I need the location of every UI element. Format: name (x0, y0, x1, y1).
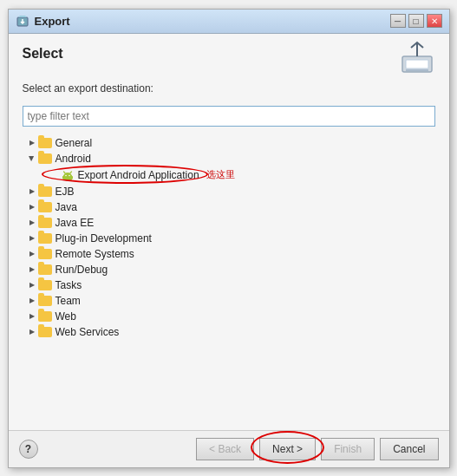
folder-icon-tasks (38, 280, 52, 290)
folder-icon-ejb (38, 186, 52, 197)
tree-item-ejb[interactable]: ▶ EJB (23, 184, 435, 199)
tree-label-remote-systems: Remote Systems (55, 248, 134, 260)
back-button[interactable]: < Back (196, 438, 254, 460)
arrow-ejb: ▶ (26, 186, 38, 198)
minimize-button[interactable]: ─ (390, 14, 406, 28)
tree-item-web[interactable]: ▶ Web (23, 309, 435, 324)
next-button[interactable]: Next > (259, 438, 316, 460)
export-dialog: Export ─ □ ✕ Select Select an export des… (8, 9, 450, 468)
folder-icon-java-ee (38, 218, 52, 228)
svg-rect-4 (63, 175, 72, 180)
arrow-general: ▶ (26, 137, 38, 149)
folder-icon-remote-systems (38, 249, 52, 259)
destination-label: Select an export destination: (23, 82, 435, 95)
tree-item-remote-systems[interactable]: ▶ Remote Systems (23, 246, 435, 262)
arrow-android: ▶ (26, 153, 38, 165)
title-bar: Export ─ □ ✕ (9, 10, 449, 34)
tree-label-plugin-dev: Plug-in Development (55, 232, 152, 245)
folder-icon-java (38, 202, 52, 212)
section-title: Select (23, 46, 435, 74)
tree-label-java-ee: Java EE (55, 217, 95, 229)
folder-icon-web-services (38, 327, 52, 337)
tree-item-plugin-dev[interactable]: ▶ Plug-in Development (23, 231, 435, 246)
tree-label-java: Java (55, 201, 77, 213)
tree-item-export-android[interactable]: ▶ Export Android Application 选这里 (23, 166, 435, 184)
tree-item-android[interactable]: ▶ Android (23, 151, 435, 166)
help-button[interactable]: ? (19, 440, 38, 459)
tree-item-general[interactable]: ▶ General (23, 135, 435, 151)
tree-label-general: General (55, 137, 93, 149)
folder-icon-general (38, 138, 52, 148)
tree-item-tasks[interactable]: ▶ Tasks (23, 277, 435, 293)
tree-label-export-android: Export Android Application (78, 169, 199, 181)
arrow-web-services: ▶ (26, 326, 38, 338)
tree-label-team: Team (55, 295, 81, 307)
dialog-content: Select Select an export destination: ▶ G… (9, 34, 449, 430)
arrow-run-debug: ▶ (26, 264, 38, 276)
android-icon (61, 168, 75, 182)
svg-rect-8 (71, 176, 73, 179)
arrow-team: ▶ (26, 295, 38, 307)
finish-button[interactable]: Finish (321, 438, 375, 460)
folder-icon-web (38, 311, 52, 322)
tree-item-web-services[interactable]: ▶ Web Services (23, 324, 435, 340)
window-title: Export (35, 15, 70, 28)
filter-input[interactable] (23, 106, 435, 127)
title-bar-left: Export (16, 14, 70, 28)
bottom-bar: ? < Back Next > Finish Cancel (9, 430, 449, 467)
tree-label-web: Web (55, 310, 76, 323)
arrow-plugin-dev: ▶ (26, 232, 38, 245)
tree-item-run-debug[interactable]: ▶ Run/Debug (23, 262, 435, 277)
annotation-text: 选这里 (206, 168, 235, 181)
arrow-java: ▶ (26, 201, 38, 213)
title-bar-controls: ─ □ ✕ (390, 14, 442, 28)
tree-item-team[interactable]: ▶ Team (23, 293, 435, 309)
export-icon (399, 41, 435, 74)
maximize-button[interactable]: □ (408, 14, 424, 28)
folder-icon-android (38, 153, 52, 164)
tree-label-tasks: Tasks (55, 279, 82, 291)
export-window-icon (16, 14, 29, 28)
arrow-web: ▶ (26, 310, 38, 323)
svg-rect-2 (406, 60, 428, 68)
svg-point-6 (69, 174, 70, 176)
arrow-remote-systems: ▶ (26, 248, 38, 260)
tree-item-java-ee[interactable]: ▶ Java EE (23, 215, 435, 231)
tree-label-run-debug: Run/Debug (55, 264, 108, 276)
cancel-button[interactable]: Cancel (380, 438, 438, 460)
folder-icon-plugin-dev (38, 233, 52, 244)
tree-container: ▶ General ▶ Android ▶ (23, 135, 435, 421)
svg-point-5 (65, 174, 67, 176)
tree-label-android: Android (55, 153, 91, 165)
nav-buttons: < Back Next > Finish Cancel (196, 438, 438, 460)
folder-icon-team (38, 296, 52, 306)
arrow-java-ee: ▶ (26, 217, 38, 229)
folder-icon-run-debug (38, 264, 52, 275)
svg-rect-7 (62, 176, 64, 179)
tree-item-java[interactable]: ▶ Java (23, 199, 435, 215)
tree-label-ejb: EJB (55, 186, 75, 198)
tree-label-web-services: Web Services (55, 326, 120, 338)
arrow-tasks: ▶ (26, 279, 38, 291)
section-title-text: Select (23, 46, 63, 62)
close-button[interactable]: ✕ (427, 14, 442, 28)
next-button-wrapper: Next > (259, 438, 316, 460)
